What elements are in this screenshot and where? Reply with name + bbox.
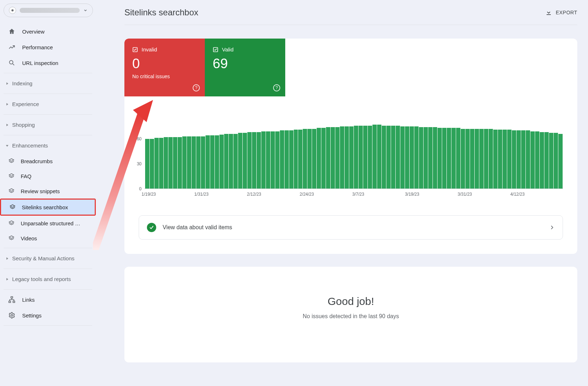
svg-point-4: [11, 315, 13, 316]
chart-bar: [271, 131, 275, 189]
chart-bar: [345, 126, 349, 189]
chart-bar: [512, 130, 516, 189]
nav-sitelinks-searchbox[interactable]: Sitelinks searchbox: [1, 200, 95, 215]
stat-invalid[interactable]: Invalid 0 No critical issues ?: [124, 39, 205, 96]
nav-label: URL inspection: [22, 60, 58, 66]
chart-bar: [377, 125, 381, 189]
nav-group-label: Shopping: [12, 122, 35, 128]
chart-bar: [173, 137, 177, 189]
chart-bar: [479, 129, 484, 189]
svg-rect-3: [13, 301, 15, 302]
chart-bar: [312, 129, 316, 189]
chart-bar: [182, 136, 187, 189]
chevron-down-icon: [5, 144, 9, 148]
chevron-right-icon: [5, 256, 9, 261]
chart-bar: [400, 126, 405, 189]
chart-bar: [354, 126, 358, 189]
property-selector[interactable]: [4, 4, 93, 17]
chart-bar: [493, 130, 498, 189]
chart-x-axis: 1/19/231/31/232/12/232/24/233/7/233/19/2…: [142, 192, 563, 197]
chart-bar: [391, 126, 395, 189]
chart-bar: [549, 133, 553, 189]
chart-bar: [261, 131, 266, 189]
chart-bar: [475, 129, 479, 189]
nav-videos[interactable]: Videos: [0, 231, 94, 246]
chart-bar: [554, 133, 558, 189]
chart-bar: [243, 133, 247, 189]
chart-bar: [442, 128, 446, 189]
chart-bar: [159, 138, 163, 189]
nav-url-inspection[interactable]: URL inspection: [0, 55, 96, 71]
chart-bar: [215, 135, 219, 189]
chart-bar: [247, 132, 252, 189]
chart-bar: [349, 126, 354, 189]
svg-rect-2: [9, 301, 11, 302]
site-favicon: [9, 7, 16, 14]
nav-overview[interactable]: Overview: [0, 24, 96, 39]
nav-group-enhancements[interactable]: Enhancements: [0, 137, 96, 154]
nav-faq[interactable]: FAQ: [0, 169, 94, 184]
nav-group-legacy[interactable]: Legacy tools and reports: [0, 271, 96, 287]
nav-performance[interactable]: Performance: [0, 39, 96, 55]
check-circle-icon: [147, 223, 156, 232]
stat-label: Valid: [222, 46, 233, 52]
layers-icon: [9, 204, 16, 210]
nav-group-label: Legacy tools and reports: [12, 276, 71, 282]
search-icon: [8, 59, 16, 66]
help-icon[interactable]: ?: [193, 84, 200, 91]
home-icon: [8, 28, 16, 35]
chart-bar: [340, 126, 344, 189]
svg-rect-1: [11, 297, 13, 298]
nav-label: Settings: [22, 312, 41, 319]
nav-group-experience[interactable]: Experience: [0, 96, 96, 112]
nav-group-security[interactable]: Security & Manual Actions: [0, 250, 96, 266]
chart-bar: [294, 130, 298, 189]
chart-bar: [507, 130, 512, 189]
no-issues-card: Good job! No issues detected in the last…: [124, 267, 577, 362]
chart-bar: [451, 128, 456, 189]
nav-label: Performance: [22, 44, 53, 50]
chart-bar: [526, 130, 530, 189]
chart-bar: [535, 131, 539, 189]
export-button[interactable]: EXPORT: [545, 9, 577, 16]
chart-bar: [461, 129, 465, 189]
chart-bar: [433, 127, 437, 189]
chart-bar: [335, 127, 340, 189]
checkbox-icon: [132, 47, 138, 52]
chevron-down-icon: [83, 8, 88, 12]
layers-icon: [8, 158, 15, 164]
help-icon[interactable]: ?: [273, 84, 280, 91]
nav-links[interactable]: Links: [0, 292, 96, 307]
nav-label: Links: [22, 297, 35, 303]
nav-breadcrumbs[interactable]: Breadcrumbs: [0, 154, 94, 169]
chart-bar: [266, 131, 270, 189]
nav-unparsable[interactable]: Unparsable structured …: [0, 216, 94, 231]
chart-bar: [544, 132, 549, 189]
nav-group-indexing[interactable]: Indexing: [0, 75, 96, 91]
chart-bar: [178, 137, 182, 189]
chart-bar: [410, 126, 414, 189]
stat-subtext: No critical issues: [132, 74, 197, 79]
chevron-right-icon: [5, 277, 9, 281]
chart-bar: [150, 139, 154, 189]
nav-sub-label: Videos: [21, 235, 37, 241]
stat-valid[interactable]: Valid 69 ?: [205, 39, 285, 96]
chart-bar: [530, 131, 535, 189]
chart-bar: [517, 130, 521, 189]
chart-bar: [229, 134, 233, 189]
chevron-right-icon: [5, 102, 9, 106]
checkbox-icon: [213, 47, 218, 52]
goodjob-title: Good job!: [124, 295, 577, 307]
chart-bar: [275, 131, 280, 189]
sitemap-icon: [8, 296, 16, 303]
nav-group-shopping[interactable]: Shopping: [0, 117, 96, 133]
export-label: EXPORT: [556, 10, 577, 15]
nav-label: Overview: [22, 29, 45, 35]
chart-y-axis: 0306090: [131, 114, 142, 189]
chart-bar: [465, 129, 470, 189]
nav-settings[interactable]: Settings: [0, 307, 96, 323]
chart-bar: [386, 126, 391, 189]
chart-bar: [405, 126, 409, 189]
nav-review-snippets[interactable]: Review snippets: [0, 184, 94, 199]
view-valid-items-link[interactable]: View data about valid items: [139, 215, 563, 240]
